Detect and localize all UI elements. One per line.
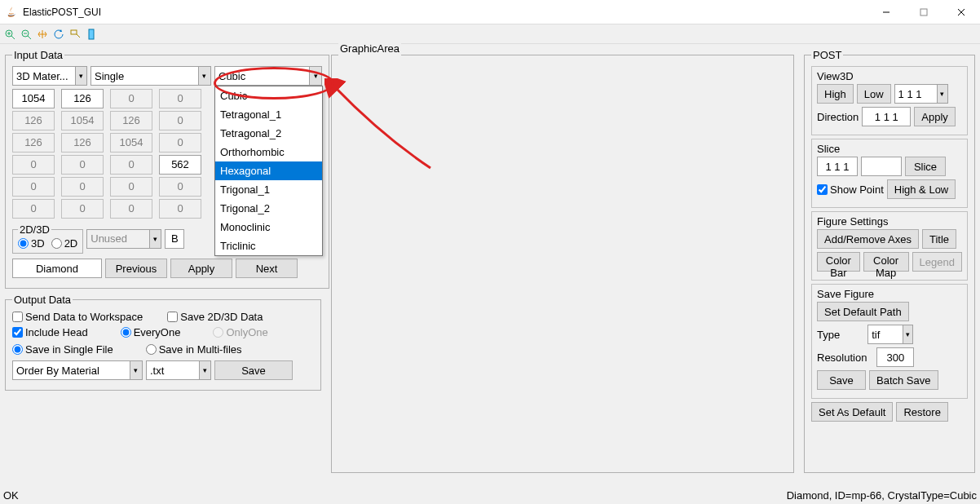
output-data-group: Output Data Send Data to Workspace Save …: [5, 294, 321, 391]
matrix-cell: 0: [110, 155, 152, 175]
chevron-down-icon[interactable]: ▾: [199, 360, 211, 380]
zoom-in-icon[interactable]: [3, 28, 16, 41]
crystal-option[interactable]: Tetragonal_2: [215, 124, 322, 143]
zoom-out-icon[interactable]: [20, 28, 33, 41]
matrix-cell: 0: [110, 89, 152, 108]
direction-input[interactable]: [862, 107, 911, 126]
chevron-down-icon[interactable]: ▾: [130, 360, 143, 380]
chevron-down-icon[interactable]: ▾: [149, 229, 161, 249]
mode-combo[interactable]: ▾: [90, 66, 211, 86]
colorbar-button[interactable]: Color Bar: [817, 252, 860, 272]
radio-3d[interactable]: 3D: [18, 237, 45, 250]
slice-button[interactable]: Slice: [905, 157, 946, 176]
window-title: ElasticPOST_GUI: [23, 7, 867, 18]
resolution-input[interactable]: [876, 347, 914, 367]
svg-line-5: [11, 36, 15, 39]
chevron-down-icon[interactable]: ▾: [198, 66, 211, 86]
crystal-option[interactable]: Triclinic: [215, 237, 322, 255]
graphic-area-legend: GraphicArea: [338, 42, 401, 55]
crystal-option[interactable]: Trigonal_2: [215, 199, 322, 218]
save-output-button[interactable]: Save: [214, 360, 293, 380]
matrix-cell[interactable]: 126: [61, 89, 104, 108]
matrix-cell: 126: [110, 111, 152, 130]
chevron-down-icon[interactable]: ▾: [309, 66, 322, 86]
send-workspace-check[interactable]: Send Data to Workspace: [12, 311, 143, 323]
set-default-path-button[interactable]: Set Default Path: [817, 302, 909, 321]
input-data-legend: Input Data: [12, 49, 64, 61]
slice-group: Slice Slice Show Point High & Low: [811, 139, 968, 208]
unused-combo[interactable]: ▾: [86, 229, 161, 249]
view3d-group: View3D High Low ▾ Direction Apply: [811, 66, 968, 135]
slice-blank-input[interactable]: [861, 157, 902, 176]
chevron-down-icon[interactable]: ▾: [937, 84, 948, 104]
axes-button[interactable]: Add/Remove Axes: [817, 229, 919, 249]
next-button[interactable]: Next: [236, 259, 298, 278]
material-combo[interactable]: ▾: [12, 66, 87, 86]
svg-rect-13: [89, 29, 94, 39]
crystal-option[interactable]: Hexagonal: [215, 161, 322, 180]
crystal-option[interactable]: Monoclinic: [215, 218, 322, 237]
colorbar-icon[interactable]: [85, 28, 98, 41]
b-input[interactable]: [165, 229, 184, 249]
matrix-cell: 0: [159, 133, 201, 153]
view3d-apply-button[interactable]: Apply: [914, 107, 956, 126]
crystal-option[interactable]: Trigonal_1: [215, 180, 322, 199]
low-button[interactable]: Low: [857, 84, 891, 104]
single-file-radio[interactable]: Save in Single File: [12, 343, 113, 356]
onlyone-radio: OnlyOne: [213, 326, 267, 338]
high-button[interactable]: High: [817, 84, 854, 104]
multi-files-radio[interactable]: Save in Multi-files: [146, 343, 242, 356]
batch-save-button[interactable]: Batch Save: [869, 370, 938, 390]
crystal-dropdown-list[interactable]: CubicTetragonal_1Tetragonal_2Orthorhombi…: [214, 86, 323, 256]
savefig-save-button[interactable]: Save: [817, 370, 866, 390]
type-combo[interactable]: ▾: [867, 325, 913, 344]
view3d-vec-combo[interactable]: ▾: [894, 84, 948, 104]
radio-2d[interactable]: 2D: [51, 237, 78, 250]
crystal-option[interactable]: Orthorhombic: [215, 143, 322, 161]
high-low-button[interactable]: High & Low: [887, 179, 956, 199]
figure-settings-group: Figure Settings Add/Remove Axes Title Co…: [811, 211, 968, 281]
direction-label: Direction: [817, 111, 859, 123]
matrix-cell: 0: [61, 155, 104, 175]
material-combo-input[interactable]: [12, 66, 75, 86]
svg-line-12: [77, 34, 80, 38]
apply-button[interactable]: Apply: [170, 259, 232, 278]
matrix-cell[interactable]: 1054: [12, 89, 55, 108]
set-as-default-button[interactable]: Set As Default: [811, 402, 893, 422]
title-button[interactable]: Title: [922, 229, 956, 249]
crystal-option[interactable]: Cubic: [215, 86, 322, 105]
graphic-area: GraphicArea: [331, 49, 794, 473]
matrix-cell: 0: [110, 199, 152, 219]
crystal-combo-input[interactable]: [214, 66, 309, 86]
toolbar: [0, 24, 980, 44]
post-legend: POST: [811, 49, 843, 61]
slice-vec-input[interactable]: [817, 157, 858, 176]
chevron-down-icon[interactable]: ▾: [903, 325, 913, 344]
colormap-button[interactable]: Color Map: [863, 252, 909, 272]
matrix-cell: 1054: [110, 133, 152, 153]
pan-icon[interactable]: [36, 28, 49, 41]
status-ok: OK: [3, 489, 19, 502]
rotate-icon[interactable]: [52, 28, 65, 41]
matrix-cell[interactable]: 562: [159, 155, 201, 175]
titlebar: ElasticPOST_GUI: [0, 0, 980, 24]
orderby-combo[interactable]: ▾: [12, 360, 143, 380]
ext-combo[interactable]: ▾: [146, 360, 211, 380]
minimize-button[interactable]: [867, 0, 905, 24]
include-head-check[interactable]: Include Head: [12, 326, 88, 338]
mode-combo-input[interactable]: [90, 66, 198, 86]
previous-button[interactable]: Previous: [105, 259, 167, 278]
show-point-check[interactable]: Show Point: [817, 183, 884, 196]
maximize-button[interactable]: [905, 0, 942, 24]
chevron-down-icon[interactable]: ▾: [75, 66, 87, 86]
crystal-option[interactable]: Tetragonal_1: [215, 105, 322, 124]
close-button[interactable]: [942, 0, 980, 24]
dim-legend: 2D/3D: [18, 223, 51, 236]
restore-button[interactable]: Restore: [896, 402, 948, 422]
save-2d3d-check[interactable]: Save 2D/3D Data: [167, 311, 263, 323]
crystal-combo[interactable]: ▾ CubicTetragonal_1Tetragonal_2Orthorhom…: [214, 66, 322, 86]
material-name-input[interactable]: [12, 259, 102, 278]
matrix-cell: 0: [159, 89, 201, 108]
everyone-radio[interactable]: EveryOne: [121, 326, 181, 338]
datacursor-icon[interactable]: [68, 28, 82, 41]
